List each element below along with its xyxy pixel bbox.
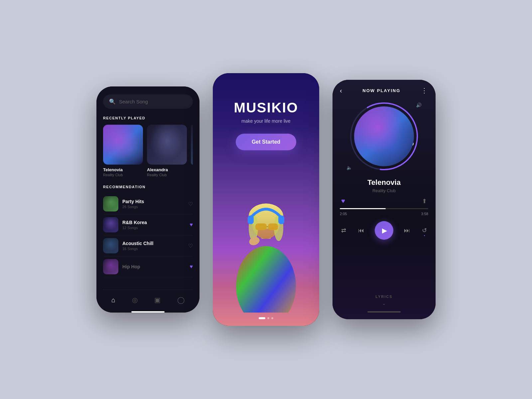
rec-songs-rnb-korea: 12 Songs: [122, 226, 186, 230]
svg-point-11: [248, 235, 261, 246]
album-art-image: [354, 106, 414, 166]
like-icon-hip-hop[interactable]: ♥: [190, 264, 193, 270]
next-button[interactable]: ⏭: [403, 226, 411, 235]
splash-subtitle: make your life more live: [241, 118, 291, 124]
shuffle-button[interactable]: ⇄: [340, 225, 347, 235]
like-button[interactable]: ♥: [341, 197, 345, 205]
rp-artist-alexandra: Reality Club: [147, 173, 187, 177]
recommendation-section: RECOMMENDATION Party Hits 26 Songs ♡ R&B…: [103, 185, 193, 286]
like-icon-rnb-korea[interactable]: ♥: [190, 222, 193, 228]
rec-thumb-rnb-korea: [103, 217, 118, 232]
search-icon: 🔍: [109, 98, 116, 105]
person-svg: [226, 180, 306, 313]
rp-title-telenovia: Telenovia: [103, 167, 143, 172]
prev-button[interactable]: ⏮: [357, 226, 365, 235]
album-section: 🔊 🔈: [340, 100, 428, 173]
back-button[interactable]: ‹: [340, 87, 342, 94]
recently-played-label: RECENTLY PLAYED: [103, 116, 193, 120]
svg-rect-8: [255, 223, 267, 230]
lyrics-section: LYRICS ⌄: [340, 295, 428, 306]
recently-played-row: Telenovia Reality Club Alexandra Reality…: [103, 125, 193, 177]
now-playing-header: ‹ NOW PLAYING ⋮: [340, 86, 428, 94]
nav-library-icon[interactable]: ▣: [151, 295, 164, 305]
rec-title-acoustic-chill: Acoustic Chill: [122, 241, 184, 246]
rec-info-party-hits: Party Hits 26 Songs: [122, 199, 184, 209]
phone-library: 🔍 Search Song RECENTLY PLAYED Telenovia …: [96, 86, 200, 313]
rec-songs-acoustic-chill: 16 Songs: [122, 247, 184, 251]
dot-2: [267, 317, 269, 319]
volume-min-icon: 🔈: [346, 165, 352, 170]
home-indicator: [367, 311, 401, 313]
nav-profile-icon[interactable]: ◯: [174, 295, 188, 305]
song-actions: ♥ ⬆: [340, 197, 428, 205]
progress-section: 2:05 3:58: [340, 208, 428, 216]
splash-title: MUSIKIO: [234, 100, 298, 116]
svg-point-0: [236, 246, 296, 313]
phone-now-playing: ‹ NOW PLAYING ⋮ 🔊 🔈: [332, 80, 436, 319]
rp-card-partial: [191, 125, 193, 165]
repeat-button[interactable]: ↺: [421, 225, 428, 235]
share-button[interactable]: ⬆: [422, 198, 427, 205]
lyrics-chevron-icon[interactable]: ⌄: [340, 301, 428, 306]
get-started-button[interactable]: Get Started: [236, 134, 296, 150]
rp-thumb-telenovia: [103, 125, 143, 165]
rp-thumb-alexandra: [147, 125, 187, 165]
home-indicator: [131, 311, 165, 313]
progress-times: 2:05 3:58: [340, 212, 428, 216]
svg-rect-6: [248, 215, 254, 224]
time-current: 2:05: [340, 212, 347, 216]
rec-songs-party-hits: 26 Songs: [122, 205, 184, 209]
volume-max-icon: 🔊: [416, 102, 422, 108]
dot-1: [259, 317, 265, 319]
rp-title-alexandra: Alexandra: [147, 167, 187, 172]
svg-rect-9: [268, 223, 278, 230]
rp-artist-telenovia: Reality Club: [103, 173, 143, 177]
playback-controls: ⇄ ⏮ ▶ ⏭ ↺: [340, 221, 428, 240]
rec-info-hip-hop: Hip Hop: [122, 264, 186, 269]
rec-info-rnb-korea: R&B Korea 12 Songs: [122, 220, 186, 230]
search-bar[interactable]: 🔍 Search Song: [103, 94, 193, 109]
rp-card-alexandra[interactable]: Alexandra Reality Club: [147, 125, 187, 177]
nav-discover-icon[interactable]: ◎: [129, 295, 141, 305]
time-total: 3:58: [421, 212, 428, 216]
nav-home-icon[interactable]: ⌂: [108, 295, 119, 305]
rec-item-rnb-korea[interactable]: R&B Korea 12 Songs ♥: [103, 214, 193, 235]
rec-info-acoustic-chill: Acoustic Chill 16 Songs: [122, 241, 184, 251]
phone-splash: MUSIKIO make your life more live Get Sta…: [213, 73, 319, 326]
progress-bar[interactable]: [340, 208, 428, 209]
rec-title-party-hits: Party Hits: [122, 199, 184, 204]
rec-thumb-party-hits: [103, 196, 118, 211]
now-playing-title: NOW PLAYING: [362, 88, 400, 93]
splash-pagination-dots: [259, 317, 273, 319]
rec-title-rnb-korea: R&B Korea: [122, 220, 186, 225]
recommendation-label: RECOMMENDATION: [103, 185, 193, 189]
rec-title-hip-hop: Hip Hop: [122, 264, 186, 269]
album-art: [354, 106, 414, 166]
lyrics-label: LYRICS: [340, 295, 428, 299]
menu-button[interactable]: ⋮: [421, 86, 428, 94]
play-pause-button[interactable]: ▶: [375, 221, 393, 240]
play-icon: ▶: [382, 226, 387, 234]
search-placeholder: Search Song: [119, 99, 148, 104]
bottom-nav: ⌂ ◎ ▣ ◯: [103, 290, 193, 309]
rec-item-acoustic-chill[interactable]: Acoustic Chill 16 Songs ♡: [103, 235, 193, 256]
like-icon-party-hits[interactable]: ♡: [188, 201, 193, 207]
rec-item-hip-hop[interactable]: Hip Hop ♥: [103, 256, 193, 277]
like-icon-acoustic-chill[interactable]: ♡: [188, 243, 193, 249]
rec-item-party-hits[interactable]: Party Hits 26 Songs ♡: [103, 194, 193, 214]
rp-card-telenovia[interactable]: Telenovia Reality Club: [103, 125, 143, 177]
rec-thumb-hip-hop: [103, 259, 118, 274]
song-title: Telenovia: [340, 178, 428, 187]
splash-figure: [226, 180, 306, 313]
progress-fill: [340, 208, 386, 209]
song-artist: Reality Club: [340, 188, 428, 193]
svg-rect-7: [278, 215, 284, 224]
dot-3: [271, 317, 273, 319]
rec-thumb-acoustic-chill: [103, 238, 118, 253]
